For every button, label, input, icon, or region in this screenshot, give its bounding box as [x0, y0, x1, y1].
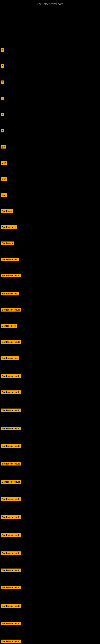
- bar-label-30: Bottleneck result: [1, 497, 21, 501]
- bar-label-3: B: [1, 48, 4, 52]
- bar-label-17: Bottleneck result: [1, 274, 21, 277]
- bar-row-13: Bottlenec: [1, 209, 13, 213]
- bar-label-12: Bott: [1, 193, 7, 197]
- bar-label-21: Bottleneck result: [1, 340, 21, 344]
- bar-label-11: Bott: [1, 177, 7, 181]
- bar-label-27: Bottleneck result: [1, 444, 21, 448]
- bar-label-13: Bottlenec: [1, 209, 13, 213]
- bar-label-24: Bottleneck result: [1, 390, 21, 394]
- site-title: TheBottlenecker.com: [0, 1, 100, 7]
- bar-label-15: Bottleneck: [1, 242, 14, 245]
- bar-row-27: Bottleneck result: [1, 444, 21, 448]
- bar-label-36: Bottleneck result: [1, 604, 21, 608]
- bar-row-28: Bottleneck result: [1, 462, 21, 466]
- bar-label-22: Bottleneck resu: [1, 356, 19, 360]
- bar-label-20: Bottleneck re: [1, 324, 17, 328]
- bar-label-35: Bottleneck result: [1, 586, 21, 589]
- bar-label-9: Bo: [1, 145, 6, 148]
- bar-row-38: Bottleneck result: [1, 640, 21, 643]
- bar-row-34: Bottleneck result: [1, 568, 21, 572]
- bar-row-4: B: [1, 64, 4, 68]
- bar-label-29: Bottleneck result: [1, 480, 21, 484]
- bar-row-18: Bottleneck resu: [1, 292, 19, 296]
- bar-row-14: Bottleneck re: [1, 226, 17, 229]
- bar-row-19: Bottleneck result: [1, 308, 21, 312]
- bar-row-3: B: [1, 48, 4, 52]
- bar-label-33: Bottleneck result: [1, 552, 21, 555]
- bar-row-7: B: [1, 113, 4, 116]
- bar-row-8: B: [1, 129, 4, 132]
- bar-label-25: Bottleneck result: [1, 408, 21, 412]
- bar-row-9: Bo: [1, 145, 6, 148]
- bar-row-31: Bottleneck result: [1, 516, 21, 519]
- bar-row-24: Bottleneck result: [1, 390, 21, 394]
- bar-label-4: B: [1, 64, 4, 68]
- bar-row-23: Bottleneck result: [1, 374, 21, 378]
- bar-label-8: B: [1, 129, 4, 132]
- bar-row-21: Bottleneck result: [1, 340, 21, 344]
- bar-label-7: B: [1, 113, 4, 116]
- bar-row-29: Bottleneck result: [1, 480, 21, 484]
- bar-label-19: Bottleneck result: [1, 308, 21, 312]
- bar-label-23: Bottleneck result: [1, 374, 21, 378]
- bar-label-18: Bottleneck resu: [1, 292, 19, 296]
- bar-row-32: Bottleneck result: [1, 533, 21, 537]
- bar-row-6: B: [1, 96, 4, 100]
- bar-row-5: B: [1, 80, 4, 84]
- bar-row-15: Bottleneck: [1, 242, 14, 245]
- bar-row-2: [1, 32, 1, 36]
- bar-row-33: Bottleneck result: [1, 552, 21, 555]
- bar-row-1: [1, 16, 1, 20]
- bar-label-32: Bottleneck result: [1, 533, 21, 537]
- bar-row-26: Bottleneck result: [1, 427, 21, 430]
- bar-row-36: Bottleneck result: [1, 604, 21, 608]
- bar-label-28: Bottleneck result: [1, 462, 21, 466]
- bar-row-10: Bott: [1, 161, 7, 164]
- bar-row-17: Bottleneck result: [1, 274, 21, 277]
- bar-label-31: Bottleneck result: [1, 516, 21, 519]
- bar-label-10: Bott: [1, 161, 7, 164]
- bar-row-11: Bott: [1, 177, 7, 181]
- bar-row-22: Bottleneck resu: [1, 356, 19, 360]
- bar-label-26: Bottleneck result: [1, 427, 21, 430]
- bar-row-12: Bott: [1, 193, 7, 197]
- bar-label-37: Bottleneck result: [1, 622, 21, 625]
- bar-label-38: Bottleneck result: [1, 640, 21, 643]
- bar-row-16: Bottleneck resu: [1, 258, 19, 261]
- bar-label-5: B: [1, 80, 4, 84]
- bar-row-35: Bottleneck result: [1, 586, 21, 589]
- bar-label-16: Bottleneck resu: [1, 258, 19, 261]
- bar-label-6: B: [1, 96, 4, 100]
- bar-label-14: Bottleneck re: [1, 226, 17, 229]
- bar-row-30: Bottleneck result: [1, 497, 21, 501]
- bar-row-20: Bottleneck re: [1, 324, 17, 328]
- bar-row-37: Bottleneck result: [1, 622, 21, 625]
- bar-row-25: Bottleneck result: [1, 408, 21, 412]
- bar-label-34: Bottleneck result: [1, 568, 21, 572]
